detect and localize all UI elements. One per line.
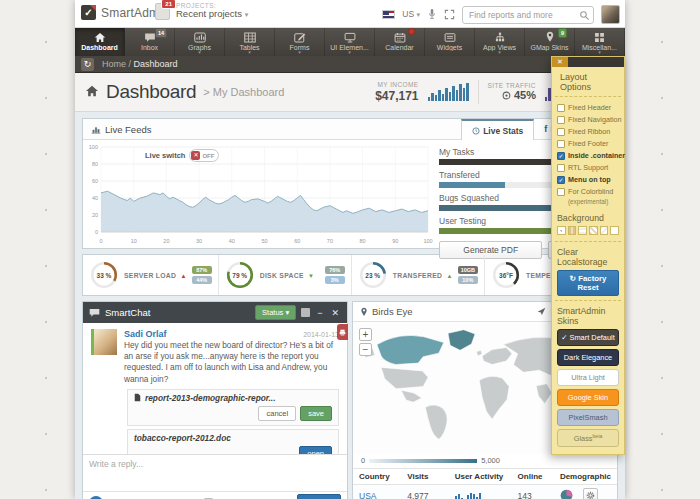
stat-label: DISK SPACE ▼: [260, 272, 314, 279]
svg-text:0: 0: [99, 238, 102, 244]
nav-item-inbox[interactable]: 14 Inbox: [125, 28, 175, 56]
chat-messages[interactable]: Sadi Orlaf 2014-01-13 Hey did you meet t…: [83, 323, 347, 454]
site-traffic-kpi: SITE TRAFFIC 45%: [488, 82, 536, 103]
location-arrow-icon: [537, 307, 546, 316]
country-link[interactable]: USA: [359, 491, 376, 499]
locale-select[interactable]: US ▾: [402, 9, 420, 19]
nav-item-gmap-skins[interactable]: 9 GMap Skins: [525, 28, 575, 56]
status-dropdown[interactable]: Status ▾: [255, 305, 296, 320]
nav-item-forms[interactable]: Forms▾: [275, 28, 325, 56]
search-icon[interactable]: [579, 7, 590, 25]
close-icon[interactable]: ✕: [329, 308, 341, 318]
background-swatch[interactable]: [568, 226, 577, 235]
stat-badges: 10GB10%: [458, 266, 478, 284]
chat-bubble-icon: [89, 308, 100, 317]
inbox-badge: 14: [155, 28, 167, 38]
nav-item-app-views[interactable]: App Views▾: [475, 28, 525, 56]
breadcrumb[interactable]: Home / Dashboard: [102, 59, 178, 69]
live-switch-toggle[interactable]: ✕ OFF: [189, 149, 219, 162]
tab-live-stats[interactable]: Live Stats: [461, 119, 534, 140]
skin-button-pixel[interactable]: PixelSmash: [557, 409, 619, 426]
search-input[interactable]: [462, 6, 594, 24]
skin-list: ✓ Smart DefaultDark EleganceUltra LightG…: [552, 329, 624, 447]
legend-gradient: [369, 459, 477, 463]
file-attachment: tobacco-report-2012.doc open: [127, 429, 339, 454]
factory-reset-button[interactable]: ↻ Factory Reset: [557, 270, 619, 296]
background-swatch[interactable]: [589, 226, 598, 235]
user-avatar[interactable]: [601, 5, 620, 24]
svg-text:10: 10: [131, 238, 137, 244]
save-button[interactable]: save: [300, 406, 332, 421]
skin-button-dark[interactable]: Dark Elegance: [557, 349, 619, 366]
minimize-icon[interactable]: −: [315, 308, 324, 318]
nav-item-graphs[interactable]: Graphs▾: [175, 28, 225, 56]
nav-item-ui-elements[interactable]: UI Elemen...▾: [325, 28, 375, 56]
svg-text:100: 100: [89, 144, 98, 150]
close-icon[interactable]: ✕: [552, 57, 568, 67]
skin-button-light[interactable]: Ultra Light: [557, 369, 619, 386]
svg-text:40: 40: [92, 195, 98, 201]
layout-checkbox-fixed-header[interactable]: Fixed Header: [557, 103, 619, 112]
layout-checkbox-fixed-ribbon[interactable]: Fixed Ribbon: [557, 127, 619, 136]
nav-item-dashboard[interactable]: Dashboard: [75, 28, 125, 56]
svg-text:50: 50: [261, 238, 267, 244]
layout-checkbox-for-colorblind[interactable]: For Colorblind: [557, 187, 619, 196]
message-text: Hey did you meet the new board of direct…: [124, 340, 339, 385]
cancel-button[interactable]: cancel: [258, 406, 296, 421]
calendar-badge: [408, 28, 415, 35]
layout-checkbox-fixed-navigation[interactable]: Fixed Navigation: [557, 115, 619, 124]
my-income-kpi: MY INCOME $47,171: [375, 81, 418, 103]
microphone-icon[interactable]: [427, 8, 437, 20]
gauge: 79 %: [225, 260, 255, 290]
background-swatch[interactable]: [557, 226, 566, 235]
gauge: 36°F: [491, 260, 521, 290]
chat-alert-tab[interactable]: [337, 324, 348, 340]
stat-server-load[interactable]: 33 % SERVER LOAD ▲ 87%44%: [83, 255, 218, 295]
reply-button[interactable]: Reply: [297, 494, 341, 499]
skin-button-google[interactable]: Google Skin: [557, 389, 619, 406]
file-name: tobacco-report-2012.doc: [134, 433, 332, 443]
map-zoom-out-button[interactable]: −: [359, 343, 372, 356]
target-icon: [502, 91, 511, 100]
file-attachment: report-2013-demographic-repor... cancel …: [127, 389, 339, 426]
nav-item-calendar[interactable]: Calendar: [375, 28, 425, 56]
activity-sparkline: [455, 490, 506, 499]
layout-checkbox-inside-container[interactable]: ✓Inside .container: [557, 151, 619, 160]
refresh-icon[interactable]: ↻: [81, 58, 94, 71]
nav-item-widgets[interactable]: Widgets: [425, 28, 475, 56]
fullscreen-icon[interactable]: [444, 9, 455, 20]
stat-transfered[interactable]: 23 % TRANSFERED ▲ 10GB10%: [351, 255, 484, 295]
printer-icon: [339, 329, 346, 336]
toggle-off-icon: ✕: [191, 151, 200, 160]
background-swatch[interactable]: [610, 226, 619, 235]
stat-disk-space[interactable]: 79 % DISK SPACE ▼ 76%3%: [218, 255, 351, 295]
reply-textarea[interactable]: [83, 454, 347, 487]
layout-checkbox-rtl-support[interactable]: RTL Support: [557, 163, 619, 172]
layout-checkbox-fixed-footer[interactable]: Fixed Footer: [557, 139, 619, 148]
skin-button-smart[interactable]: ✓ Smart Default: [557, 329, 619, 346]
tables-icon: [225, 30, 274, 43]
forms-icon: [275, 30, 324, 43]
live-feeds-chart[interactable]: 0102030405060708090100020406080100 Live …: [83, 140, 435, 248]
background-swatch[interactable]: [578, 226, 587, 235]
page-subtitle: > My Dashboard: [203, 86, 284, 98]
projects-dropdown[interactable]: 21 PROJECTS: Recent projects ▾: [155, 2, 248, 20]
chat-settings-gear-icon[interactable]: [89, 496, 103, 499]
open-button[interactable]: open: [299, 446, 332, 454]
skin-button-glass[interactable]: Glassbeta: [557, 429, 619, 447]
facebook-icon: f: [544, 124, 547, 134]
sender-name[interactable]: Sadi Orlaf: [124, 329, 167, 339]
layout-checkbox-menu-on-top[interactable]: ✓Menu on top: [557, 175, 619, 184]
nav-item-miscellaneous[interactable]: Miscellan...▾: [575, 28, 625, 56]
map-zoom-in-button[interactable]: +: [359, 328, 372, 341]
page-header: Dashboard > My Dashboard MY INCOME $47,1…: [75, 73, 625, 112]
live-stats-strip: 33 % SERVER LOAD ▲ 87%44% 79 % DISK SPAC…: [82, 254, 618, 296]
nav-item-tables[interactable]: Tables▾: [225, 28, 275, 56]
gmap-badge: 9: [558, 28, 567, 38]
row-settings-gear-icon[interactable]: [583, 488, 598, 499]
restore-icon[interactable]: [301, 308, 310, 317]
ribbon: ↻ Home / Dashboard: [75, 56, 625, 73]
top-header: ✓ SmartAdmin 21 PROJECTS: Recent project…: [75, 0, 625, 28]
projects-badge: 21: [161, 0, 176, 9]
background-swatch[interactable]: [600, 226, 609, 235]
